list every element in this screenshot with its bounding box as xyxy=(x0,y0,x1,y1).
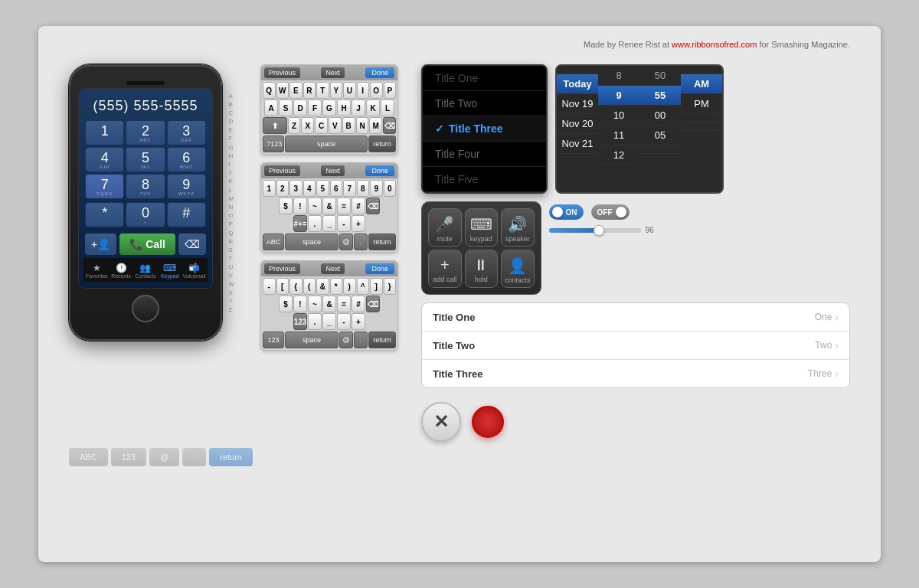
dp-day-nov19[interactable]: Nov 19 xyxy=(557,94,598,114)
alpha-I[interactable]: I xyxy=(228,160,234,168)
alpha-K[interactable]: K xyxy=(228,177,234,185)
key-n2[interactable]: 2 xyxy=(276,180,289,197)
phone-key-6[interactable]: 6MNO xyxy=(167,147,206,172)
dp-day-nov20[interactable]: Nov 20 xyxy=(557,114,598,134)
phone-key-3[interactable]: 3DEF xyxy=(167,120,206,145)
nav-keypad[interactable]: ⌨Keypad xyxy=(158,261,182,280)
key-n9[interactable]: 9 xyxy=(370,180,383,197)
key-B[interactable]: B xyxy=(342,117,355,134)
alpha-F[interactable]: F xyxy=(228,134,234,142)
dp-min-55[interactable]: 55 xyxy=(639,86,681,106)
alpha-E[interactable]: E xyxy=(228,126,234,134)
key-shift[interactable]: ⬆ xyxy=(263,117,287,134)
alpha-C[interactable]: C xyxy=(228,108,234,116)
key-O[interactable]: O xyxy=(370,82,383,99)
nav-contacts[interactable]: 👥Contacts xyxy=(134,261,158,280)
key-s-equals[interactable]: = xyxy=(337,296,351,312)
key-tilde[interactable]: ~ xyxy=(308,198,322,214)
phone-key-2[interactable]: 2ABC xyxy=(126,120,165,145)
alpha-P[interactable]: P xyxy=(228,220,234,228)
key-C[interactable]: C xyxy=(315,117,328,134)
key-Z[interactable]: Z xyxy=(288,117,301,134)
key-G[interactable]: G xyxy=(322,100,336,116)
key-L[interactable]: L xyxy=(381,100,394,116)
picker-title-two[interactable]: Title Two xyxy=(423,91,546,116)
phone-key-0[interactable]: 0+ xyxy=(126,202,165,227)
dp-ampm-am[interactable]: AM xyxy=(681,74,722,94)
slider-track[interactable] xyxy=(549,228,641,233)
key-switch-abc[interactable]: ABC xyxy=(263,234,284,250)
key-n8[interactable]: 8 xyxy=(357,180,370,197)
key-s-hash[interactable]: # xyxy=(352,296,365,312)
key-n4[interactable]: 4 xyxy=(303,180,316,197)
date-picker[interactable]: Today Nov 19 Nov 20 Nov 21 8 9 10 11 12 xyxy=(555,64,724,194)
key-amp2[interactable]: & xyxy=(316,278,329,295)
key-P[interactable]: P xyxy=(384,82,397,99)
alpha-S[interactable]: S xyxy=(228,245,234,253)
key-at[interactable]: @ xyxy=(339,234,353,250)
toggle-off[interactable]: OFF xyxy=(591,204,630,220)
dp-min-05[interactable]: 05 xyxy=(639,126,681,145)
dp-hour-12[interactable]: 12 xyxy=(598,145,639,165)
alpha-X[interactable]: X xyxy=(228,288,234,296)
nav-favorites[interactable]: ★Favorites xyxy=(85,261,109,280)
key-s-excl[interactable]: ! xyxy=(293,296,307,312)
picker-title-three[interactable]: Title Three xyxy=(423,116,546,142)
bottom-key-at[interactable]: @ xyxy=(149,448,179,466)
keyboard-symbols-prev[interactable]: Previous xyxy=(264,263,300,274)
dp-min-50[interactable]: 50 xyxy=(639,66,681,86)
key-underscore[interactable]: _ xyxy=(322,215,336,232)
key-backspace[interactable]: ⌫ xyxy=(383,117,396,134)
key-Q[interactable]: Q xyxy=(263,82,276,99)
key-H[interactable]: H xyxy=(337,100,351,116)
cc-mute[interactable]: 🎤 mute xyxy=(428,208,462,247)
keyboard-alpha-prev[interactable]: Previous xyxy=(264,67,300,78)
key-s-dot[interactable]: . xyxy=(308,313,322,330)
alpha-T[interactable]: T xyxy=(228,254,234,263)
key-T[interactable]: T xyxy=(316,82,329,99)
key-dash2[interactable]: - xyxy=(263,278,276,295)
dp-hour-10[interactable]: 10 xyxy=(598,106,639,126)
attribution-link[interactable]: www.ribbonsofred.com xyxy=(672,40,757,49)
dp-min-00[interactable]: 00 xyxy=(639,106,681,126)
alpha-V[interactable]: V xyxy=(228,271,234,279)
key-s-amp[interactable]: & xyxy=(322,296,336,312)
nav-recents[interactable]: 🕐Recents xyxy=(110,261,133,280)
key-rparen[interactable]: ) xyxy=(343,278,356,295)
alpha-Y[interactable]: Y xyxy=(228,297,234,305)
key-return2[interactable]: return xyxy=(368,234,396,250)
phone-home-button[interactable] xyxy=(132,295,159,322)
alpha-D[interactable]: D xyxy=(228,117,234,126)
key-s-at[interactable]: @ xyxy=(339,332,353,348)
key-s-plus[interactable]: + xyxy=(352,313,365,330)
key-n6[interactable]: 6 xyxy=(330,180,343,197)
key-lbracket[interactable]: [ xyxy=(276,278,289,295)
key-ast[interactable]: * xyxy=(330,278,343,295)
key-s-space[interactable]: space xyxy=(285,332,338,348)
key-s-return[interactable]: return xyxy=(368,332,396,348)
dp-hour-9[interactable]: 9 xyxy=(598,86,639,106)
key-space[interactable]: space xyxy=(285,136,368,152)
key-dot2[interactable]: . xyxy=(308,215,322,232)
key-R[interactable]: R xyxy=(303,82,316,99)
alpha-Q[interactable]: Q xyxy=(228,228,234,237)
cc-add-call[interactable]: + add call xyxy=(428,250,462,288)
key-dash[interactable]: - xyxy=(337,215,351,232)
alpha-L[interactable]: L xyxy=(228,185,234,194)
key-dollar[interactable]: $ xyxy=(279,198,293,214)
key-period[interactable]: . xyxy=(354,234,368,250)
alpha-N[interactable]: N xyxy=(228,203,234,211)
key-J[interactable]: J xyxy=(352,100,365,116)
bottom-key-abc[interactable]: ABC xyxy=(69,448,108,466)
toggle-on[interactable]: ON xyxy=(549,204,584,220)
key-n7[interactable]: 7 xyxy=(343,180,356,197)
dp-hour-11[interactable]: 11 xyxy=(598,126,639,145)
dp-day-nov21[interactable]: Nov 21 xyxy=(557,134,598,154)
key-A[interactable]: A xyxy=(264,100,278,116)
phone-key-7[interactable]: 7PQRS xyxy=(85,174,124,199)
cc-speaker[interactable]: 🔊 speaker xyxy=(501,208,535,247)
bottom-key-return[interactable]: return xyxy=(209,448,253,466)
phone-key-4[interactable]: 4GHI xyxy=(85,147,124,172)
table-row-1[interactable]: Title One One › xyxy=(422,303,849,332)
key-backspace3[interactable]: ⌫ xyxy=(366,296,380,312)
